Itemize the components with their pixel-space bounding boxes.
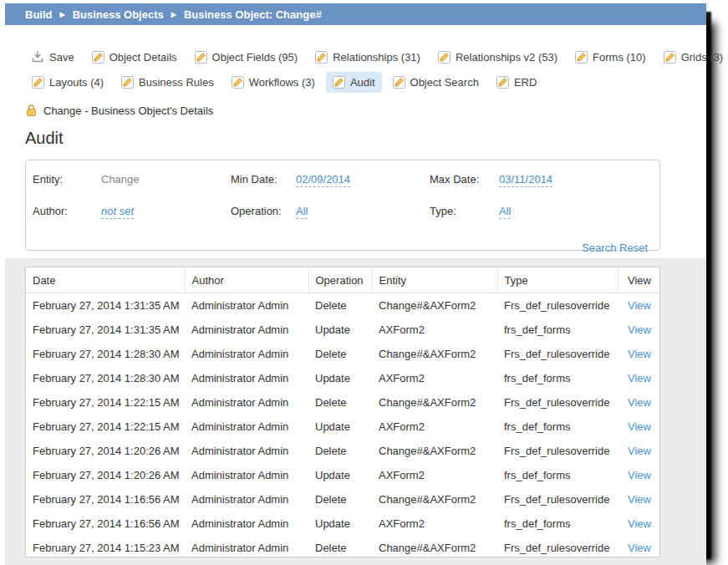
edit-pencil-icon xyxy=(232,76,244,89)
toolbar-button-label: Workflows (3) xyxy=(249,76,315,89)
table-row: February 27, 2014 1:31:35 AM Administrat… xyxy=(26,293,659,318)
view-link[interactable]: View xyxy=(628,299,651,312)
entity-label: Entity: xyxy=(33,173,101,186)
cell-operation: Delete xyxy=(308,536,372,557)
table-row: February 27, 2014 1:28:30 AM Administrat… xyxy=(26,366,659,390)
cell-operation: Delete xyxy=(308,487,372,512)
table-row: February 27, 2014 1:15:23 AM Administrat… xyxy=(26,536,659,557)
toolbar-button-label: Object Fields (95) xyxy=(212,51,298,64)
view-link[interactable]: View xyxy=(628,517,651,530)
table-row: February 27, 2014 1:16:56 AM Administrat… xyxy=(26,487,659,512)
toolbar-button-business-rules[interactable]: Business Rules xyxy=(115,72,221,93)
breadcrumb-separator-icon: ▶ xyxy=(171,11,176,18)
view-link[interactable]: View xyxy=(628,420,651,433)
cell-entity: Change#&AXForm2 xyxy=(372,439,497,463)
operation-label: Operation: xyxy=(231,205,296,217)
column-header-entity: Entity xyxy=(372,267,497,293)
view-link[interactable]: View xyxy=(628,493,651,506)
audit-filter-panel: Entity: Change Min Date: 02/09/2014 Max … xyxy=(25,160,660,251)
cell-operation: Update xyxy=(308,512,372,536)
audit-table: Date Author Operation Entity Type View F… xyxy=(25,267,660,557)
author-value-link[interactable]: not set xyxy=(101,205,134,219)
view-link[interactable]: View xyxy=(628,542,651,554)
view-link[interactable]: View xyxy=(628,445,651,457)
cell-author: Administrator Admin xyxy=(185,439,308,463)
edit-pencil-icon xyxy=(496,76,509,89)
min-date-value-link[interactable]: 02/09/2014 xyxy=(296,173,350,187)
toolbar-button-layouts[interactable]: Layouts (4) xyxy=(25,72,110,93)
edit-pencil-icon xyxy=(195,51,207,64)
max-date-value-link[interactable]: 03/11/2014 xyxy=(499,173,552,187)
max-date-label: Max Date: xyxy=(430,173,499,186)
cell-author: Administrator Admin xyxy=(185,366,308,390)
toolbar-button-grids[interactable]: Grids (3) xyxy=(657,47,728,68)
toolbar-button-forms[interactable]: Forms (10) xyxy=(568,47,653,68)
breadcrumb-item-business-objects[interactable]: Business Objects xyxy=(73,8,164,21)
view-link[interactable]: View xyxy=(628,396,651,409)
cell-entity: AXForm2 xyxy=(372,512,497,536)
toolbar-button-object-search[interactable]: Object Search xyxy=(386,72,486,93)
type-value-link[interactable]: All xyxy=(499,205,511,219)
table-row: February 27, 2014 1:22:15 AM Administrat… xyxy=(26,415,659,439)
search-link[interactable]: Search xyxy=(582,242,616,254)
save-button[interactable]: Save xyxy=(25,47,81,68)
edit-pencil-icon xyxy=(32,76,44,89)
column-header-type: Type xyxy=(497,267,618,293)
toolbar-button-workflows[interactable]: Workflows (3) xyxy=(225,72,322,93)
edit-pencil-icon xyxy=(438,51,451,64)
cell-entity: Change#&AXForm2 xyxy=(372,390,497,415)
cell-author: Administrator Admin xyxy=(185,293,308,318)
cell-entity: AXForm2 xyxy=(372,366,497,390)
results-section: Date Author Operation Entity Type View F… xyxy=(5,258,706,565)
cell-operation: Update xyxy=(308,463,372,487)
toolbar-button-label: Forms (10) xyxy=(593,51,646,64)
toolbar-button-label: Object Details xyxy=(109,51,177,64)
cell-author: Administrator Admin xyxy=(185,463,308,487)
type-label: Type: xyxy=(430,205,499,217)
object-details-lock-bar: Change - Business Object's Details xyxy=(25,104,686,117)
table-row: February 27, 2014 1:16:56 AM Administrat… xyxy=(26,512,659,536)
toolbar-button-object-fields[interactable]: Object Fields (95) xyxy=(188,47,305,68)
toolbar-button-label: Audit xyxy=(350,76,375,89)
table-row: February 27, 2014 1:20:26 AM Administrat… xyxy=(26,463,659,487)
view-link[interactable]: View xyxy=(628,348,651,360)
cell-author: Administrator Admin xyxy=(185,487,308,512)
edit-pencil-icon xyxy=(92,51,104,64)
toolbar-button-relationships[interactable]: Relationships (31) xyxy=(308,47,427,68)
toolbar-button-label: ERD xyxy=(514,76,537,89)
table-header-row: Date Author Operation Entity Type View xyxy=(26,267,659,293)
cell-entity: Change#&AXForm2 xyxy=(372,293,497,318)
toolbar-button-relationships-v2[interactable]: Relationships v2 (53) xyxy=(431,47,564,68)
column-header-author: Author xyxy=(185,267,308,293)
view-link[interactable]: View xyxy=(628,372,651,384)
cell-author: Administrator Admin xyxy=(185,415,308,439)
toolbar-button-erd[interactable]: ERD xyxy=(490,72,543,93)
audit-table-body: February 27, 2014 1:31:35 AM Administrat… xyxy=(26,293,659,558)
reset-link[interactable]: Reset xyxy=(619,242,648,254)
edit-pencil-icon xyxy=(664,51,676,64)
cell-author: Administrator Admin xyxy=(185,342,308,366)
breadcrumb-item-build[interactable]: Build xyxy=(25,8,53,21)
cell-date: February 27, 2014 1:20:26 AM xyxy=(26,463,185,487)
lock-bar-label: Change - Business Object's Details xyxy=(43,104,213,117)
app-window: Build ▶ Business Objects ▶ Business Obje… xyxy=(5,3,706,554)
cell-date: February 27, 2014 1:16:56 AM xyxy=(26,487,185,512)
cell-date: February 27, 2014 1:15:23 AM xyxy=(26,536,185,557)
cell-author: Administrator Admin xyxy=(185,536,308,557)
cell-date: February 27, 2014 1:22:15 AM xyxy=(26,390,185,415)
view-link[interactable]: View xyxy=(628,323,651,336)
cell-type: frs_def_forms xyxy=(497,415,618,439)
view-link[interactable]: View xyxy=(628,469,651,481)
toolbar-button-object-details[interactable]: Object Details xyxy=(85,47,184,68)
cell-entity: AXForm2 xyxy=(372,318,497,342)
author-label: Author: xyxy=(33,205,101,217)
table-row: February 27, 2014 1:28:30 AM Administrat… xyxy=(26,342,659,366)
save-icon xyxy=(32,51,44,64)
edit-pencil-icon xyxy=(575,51,588,64)
toolbar-button-audit[interactable]: Audit xyxy=(326,72,382,93)
operation-value-link[interactable]: All xyxy=(296,205,308,219)
breadcrumb-item-current: Business Object: Change# xyxy=(184,8,322,21)
cell-type: frs_def_forms xyxy=(497,366,618,390)
table-row: February 27, 2014 1:22:15 AM Administrat… xyxy=(26,390,659,415)
cell-type: frs_def_forms xyxy=(497,512,618,536)
